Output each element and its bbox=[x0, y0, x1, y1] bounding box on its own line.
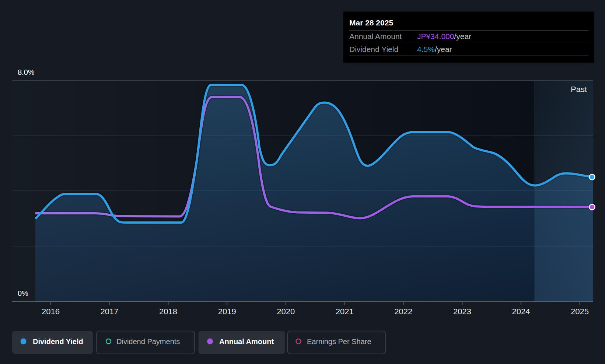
svg-text:JP¥34.000/year: JP¥34.000/year bbox=[417, 32, 471, 41]
svg-text:Mar 28 2025: Mar 28 2025 bbox=[349, 18, 393, 27]
svg-text:2022: 2022 bbox=[394, 307, 412, 316]
svg-text:2021: 2021 bbox=[336, 307, 354, 316]
svg-text:Dividend Yield: Dividend Yield bbox=[349, 45, 398, 53]
svg-text:Dividend Yield: Dividend Yield bbox=[33, 337, 83, 346]
svg-text:4.5%/year: 4.5%/year bbox=[417, 45, 452, 53]
svg-text:2025: 2025 bbox=[571, 307, 589, 316]
svg-text:0%: 0% bbox=[18, 289, 28, 297]
svg-text:Earnings Per Share: Earnings Per Share bbox=[307, 337, 371, 346]
svg-text:2020: 2020 bbox=[277, 307, 295, 316]
svg-text:2023: 2023 bbox=[453, 307, 471, 316]
svg-text:2024: 2024 bbox=[512, 307, 530, 316]
svg-text:Past: Past bbox=[571, 85, 587, 94]
svg-text:8.0%: 8.0% bbox=[18, 68, 35, 76]
svg-text:2019: 2019 bbox=[218, 307, 236, 316]
svg-text:Annual Amount: Annual Amount bbox=[349, 32, 402, 41]
svg-text:Annual Amount: Annual Amount bbox=[219, 337, 274, 346]
svg-text:2016: 2016 bbox=[42, 307, 60, 316]
svg-text:Dividend Payments: Dividend Payments bbox=[116, 337, 180, 346]
svg-text:2017: 2017 bbox=[101, 307, 119, 316]
svg-text:2018: 2018 bbox=[159, 307, 177, 316]
